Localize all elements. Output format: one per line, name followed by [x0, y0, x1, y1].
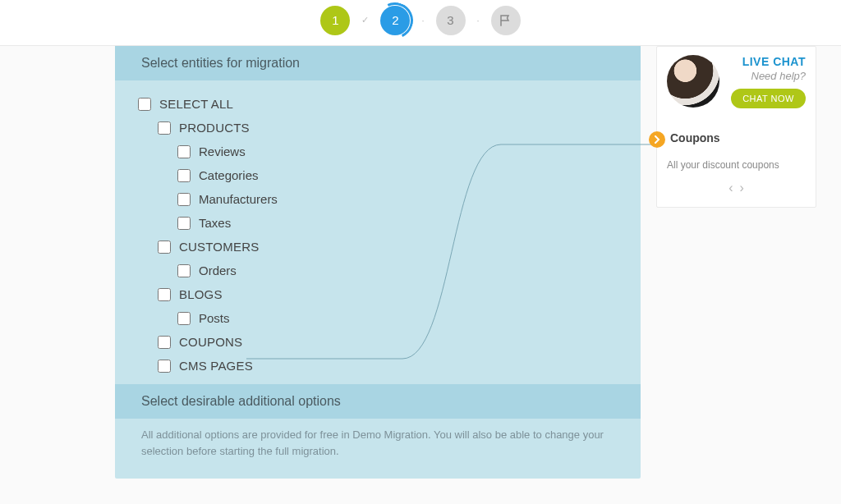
- orders-label: Orders: [199, 263, 237, 277]
- taxes-label: Taxes: [199, 216, 231, 230]
- flag-icon: [499, 13, 513, 28]
- live-chat-sub: Need help?: [726, 70, 806, 82]
- categories-checkbox[interactable]: [177, 169, 191, 182]
- step-1-label: 1: [332, 13, 338, 27]
- coupons-checkbox[interactable]: [158, 336, 171, 349]
- step-check-icon: ✓: [361, 15, 369, 25]
- chat-block: LIVE CHAT Need help? CHAT NOW: [667, 55, 806, 108]
- chevron-right-icon: [653, 135, 661, 144]
- step-finish[interactable]: [491, 6, 521, 35]
- stepper-separator: ·: [421, 16, 424, 25]
- taxes-checkbox[interactable]: [177, 217, 191, 230]
- reviews-label: Reviews: [199, 144, 246, 158]
- taxes-row: Taxes: [138, 211, 618, 235]
- info-title: Coupons: [667, 131, 806, 144]
- posts-row: Posts: [138, 306, 618, 330]
- info-desc: All your discount coupons: [667, 159, 806, 171]
- reviews-row: Reviews: [138, 140, 618, 163]
- customers-row: CUSTOMERS: [138, 235, 618, 259]
- sidebar: LIVE CHAT Need help? CHAT NOW Coupons Al…: [656, 46, 816, 208]
- select-all-row: SELECT ALL: [138, 92, 618, 116]
- live-chat-title: LIVE CHAT: [726, 55, 806, 68]
- options-section-header: Select desirable additional options: [115, 384, 641, 419]
- chat-text: LIVE CHAT Need help? CHAT NOW: [726, 55, 806, 108]
- stepper-separator: ·: [477, 16, 480, 25]
- carousel-next[interactable]: ›: [740, 181, 744, 195]
- cms-pages-row: CMS PAGES: [138, 354, 618, 378]
- categories-row: Categories: [138, 163, 618, 187]
- coupons-label: COUPONS: [179, 335, 242, 349]
- step-2[interactable]: 2: [380, 6, 410, 35]
- products-row: PRODUCTS: [138, 116, 618, 140]
- blogs-checkbox[interactable]: [158, 288, 171, 301]
- cms-pages-label: CMS PAGES: [179, 359, 253, 373]
- carousel-prev[interactable]: ‹: [728, 181, 733, 195]
- stepper: 1 ✓ 2 · 3 ·: [0, 0, 841, 46]
- posts-checkbox[interactable]: [177, 312, 191, 325]
- blogs-row: BLOGS: [138, 282, 618, 306]
- orders-checkbox[interactable]: [177, 264, 191, 277]
- products-checkbox[interactable]: [158, 121, 171, 135]
- cms-pages-checkbox[interactable]: [158, 360, 171, 373]
- categories-label: Categories: [199, 168, 259, 182]
- coupons-row: COUPONS: [138, 330, 618, 354]
- info-bullet-icon: [649, 131, 665, 148]
- select-all-checkbox[interactable]: [138, 98, 151, 111]
- step-3-label: 3: [447, 13, 453, 27]
- carousel-nav: ‹ ›: [667, 181, 806, 195]
- options-note: All additional options are provided for …: [115, 419, 641, 462]
- step-2-label: 2: [392, 13, 398, 27]
- customers-label: CUSTOMERS: [179, 240, 259, 254]
- blogs-label: BLOGS: [179, 287, 223, 301]
- entity-tree: SELECT ALL PRODUCTS Reviews Categories M…: [115, 80, 641, 384]
- step-3[interactable]: 3: [436, 6, 466, 35]
- entities-section-header: Select entities for migration: [115, 46, 641, 80]
- posts-label: Posts: [199, 311, 230, 325]
- avatar: [667, 55, 719, 108]
- orders-row: Orders: [138, 259, 618, 282]
- info-card: Coupons All your discount coupons ‹ ›: [667, 131, 806, 195]
- chat-now-button[interactable]: CHAT NOW: [731, 89, 806, 108]
- manufacturers-row: Manufacturers: [138, 187, 618, 211]
- products-label: PRODUCTS: [179, 121, 250, 135]
- select-all-label: SELECT ALL: [159, 97, 233, 111]
- customers-checkbox[interactable]: [158, 241, 171, 254]
- step-1[interactable]: 1: [320, 6, 350, 35]
- main-panel: Select entities for migration SELECT ALL…: [115, 46, 641, 479]
- reviews-checkbox[interactable]: [177, 145, 191, 158]
- manufacturers-label: Manufacturers: [199, 192, 278, 206]
- manufacturers-checkbox[interactable]: [177, 193, 191, 206]
